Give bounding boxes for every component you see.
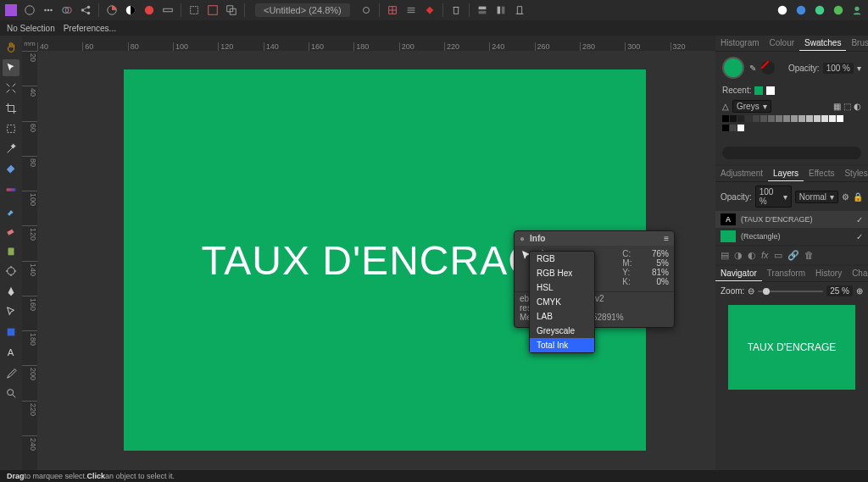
swatch-opt3-icon[interactable]: ◐ xyxy=(854,102,861,111)
ruler-icon[interactable] xyxy=(160,3,175,18)
mode-menu-item[interactable]: Greyscale xyxy=(530,324,594,338)
overlap-icon[interactable] xyxy=(59,3,75,18)
target-icon[interactable] xyxy=(22,3,37,18)
hand-tool[interactable] xyxy=(3,39,19,56)
dots-icon[interactable] xyxy=(41,3,56,18)
layer-visibility-toggle[interactable]: ✓ xyxy=(856,232,863,241)
mode-menu-item[interactable]: Total Ink xyxy=(530,338,594,352)
mode-menu-item[interactable]: HSL xyxy=(530,280,594,295)
grey-swatch[interactable] xyxy=(768,115,775,122)
panel-tab[interactable]: Channels xyxy=(847,266,868,281)
mode-menu-item[interactable]: LAB xyxy=(530,309,594,324)
adjustments-icon[interactable]: ◐ xyxy=(748,250,756,261)
info-panel-close-icon[interactable]: ● xyxy=(520,234,525,243)
grey-swatch[interactable] xyxy=(814,115,821,122)
eraser-tool[interactable] xyxy=(3,222,19,239)
pie-icon[interactable] xyxy=(104,3,120,18)
group-icon[interactable]: ▭ xyxy=(774,250,782,261)
panel-tab[interactable]: Colour xyxy=(765,36,799,51)
panel-tab[interactable]: Styles xyxy=(839,166,868,181)
gradient-tool[interactable] xyxy=(3,181,19,198)
preferences-link[interactable]: Preferences... xyxy=(64,24,116,33)
paintbrush-tool[interactable] xyxy=(3,202,19,219)
panel-tab[interactable]: Navigator xyxy=(715,266,762,281)
grey-swatch[interactable] xyxy=(722,125,729,131)
marquee-tool[interactable] xyxy=(3,120,19,137)
grey-swatch[interactable] xyxy=(760,115,767,122)
wand-tool[interactable] xyxy=(3,141,19,158)
layer-visibility-toggle[interactable]: ✓ xyxy=(856,215,863,224)
eyedropper-tool[interactable] xyxy=(3,364,19,381)
zoom-tool[interactable] xyxy=(3,385,19,402)
panel-tab[interactable]: Adjustment xyxy=(715,166,768,181)
align-icon[interactable] xyxy=(403,3,419,18)
fx-icon[interactable]: fx xyxy=(761,250,769,261)
trash-icon[interactable] xyxy=(448,3,464,18)
recent-swatch-1[interactable] xyxy=(754,86,763,95)
zoom-in-icon[interactable]: ⊕ xyxy=(856,286,863,296)
palette-type-icon[interactable]: △ xyxy=(722,102,729,111)
shape-tool[interactable] xyxy=(3,324,19,341)
grey-swatch[interactable] xyxy=(722,115,729,122)
grey-swatch[interactable] xyxy=(737,115,744,122)
node-tool[interactable] xyxy=(3,303,19,320)
view-tool[interactable] xyxy=(3,80,19,97)
chevron-down-icon[interactable]: ▾ xyxy=(857,64,861,73)
grid-icon[interactable] xyxy=(385,3,400,18)
foreground-swatch[interactable] xyxy=(722,57,744,79)
mode-menu-item[interactable]: RGB xyxy=(530,252,594,266)
grey-swatch[interactable] xyxy=(806,115,813,122)
no-fill-swatch[interactable] xyxy=(761,61,775,75)
swatch-opt2-icon[interactable]: ⬚ xyxy=(843,102,851,111)
swatch-opacity-value[interactable]: 100 % xyxy=(823,63,854,74)
grey-swatch[interactable] xyxy=(753,115,760,122)
grey-swatch[interactable] xyxy=(837,115,843,122)
panel-tab[interactable]: History xyxy=(810,266,847,281)
panel-tab[interactable]: Transform xyxy=(762,266,810,281)
grey-swatch[interactable] xyxy=(745,115,752,122)
layer-opacity-value[interactable]: 100 %▾ xyxy=(755,186,792,208)
mode-menu-item[interactable]: CMYK xyxy=(530,295,594,309)
share-icon[interactable] xyxy=(78,3,93,18)
layer-blend-select[interactable]: Normal▾ xyxy=(795,191,838,203)
layer-row[interactable]: (Rectangle)✓ xyxy=(715,228,868,245)
intersect-icon[interactable] xyxy=(224,3,239,18)
canvas-area[interactable]: mm 4060801001201401601802002202402602803… xyxy=(22,36,715,470)
arrange-icon[interactable] xyxy=(475,3,490,18)
eyedropper-icon[interactable]: ✎ xyxy=(749,64,756,73)
panel-tab[interactable]: Swatches xyxy=(799,36,846,51)
layer-row[interactable]: A(TAUX D'ENCRAGE)✓ xyxy=(715,211,868,228)
marquee-icon[interactable] xyxy=(186,3,202,18)
text-tool[interactable]: A xyxy=(3,344,19,361)
zoom-slider[interactable] xyxy=(758,291,823,292)
grey-swatch[interactable] xyxy=(798,115,805,122)
grey-swatch[interactable] xyxy=(730,115,737,122)
user-icon[interactable] xyxy=(849,3,865,18)
layer-lock-icon[interactable]: 🔒 xyxy=(853,192,863,202)
grey-swatch[interactable] xyxy=(791,115,798,122)
dodge-tool[interactable] xyxy=(3,263,19,280)
persona1-icon[interactable] xyxy=(775,3,790,18)
grey-swatch[interactable] xyxy=(821,115,828,122)
crop-marks-icon[interactable] xyxy=(422,3,437,18)
swatch-search-input[interactable] xyxy=(722,147,861,159)
clone-tool[interactable] xyxy=(3,242,19,259)
persona3-icon[interactable] xyxy=(812,3,827,18)
recent-swatch-2[interactable] xyxy=(766,86,775,95)
layer-gear-icon[interactable]: ⚙ xyxy=(842,192,849,202)
pen-tool[interactable] xyxy=(3,283,19,300)
arrange3-icon[interactable] xyxy=(512,3,527,18)
panel-tab[interactable]: Brushes xyxy=(846,36,868,51)
mode-menu-item[interactable]: RGB Hex xyxy=(530,266,594,280)
color-wheel-icon[interactable] xyxy=(142,3,157,18)
zoom-out-icon[interactable]: ⊖ xyxy=(748,286,754,296)
sync-icon[interactable] xyxy=(359,3,374,18)
persona4-icon[interactable] xyxy=(831,3,846,18)
navigator-thumbnail[interactable]: TAUX D'ENCRAGE xyxy=(728,305,855,390)
grey-swatch[interactable] xyxy=(737,125,744,131)
link-icon[interactable]: 🔗 xyxy=(787,250,799,261)
swatch-opt1-icon[interactable]: ▦ xyxy=(833,102,841,111)
flood-tool[interactable] xyxy=(3,161,19,178)
mask-icon[interactable]: ◑ xyxy=(734,250,743,261)
panel-tab[interactable]: Layers xyxy=(768,166,804,181)
